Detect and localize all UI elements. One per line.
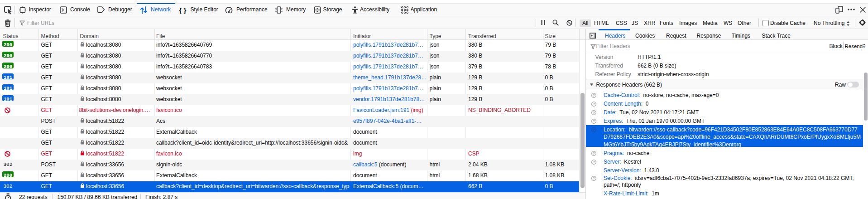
svg-text:?: ? [593,102,595,106]
svg-text:?: ? [593,111,595,115]
svg-text:?: ? [593,160,595,164]
svg-text:?: ? [593,119,595,123]
svg-text:?: ? [593,128,595,132]
svg-text:?: ? [593,176,595,180]
svg-text:?: ? [593,93,595,97]
svg-text:?: ? [593,151,595,155]
